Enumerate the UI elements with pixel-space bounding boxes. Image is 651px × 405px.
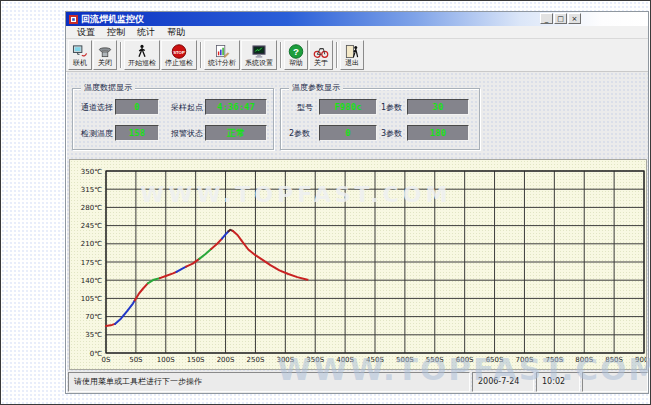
toolbar-separator [200,42,202,68]
toolbar-button-label: 联机 [73,59,87,67]
svg-text:?: ? [293,46,299,57]
x-tick-label: 50S [129,356,143,364]
toolbar-button-about[interactable]: 关于 [309,40,333,70]
toolbar-button-label: 停止巡检 [165,59,193,67]
param-value-display-0: F980c [319,99,377,115]
profile-curve-segment [106,324,115,326]
measure-value-display-3: 正常 [205,125,267,141]
toolbar-button-connect[interactable]: 联机 [68,40,92,70]
toolbar-button-start-patrol[interactable]: 开始巡检 [124,40,160,70]
close-button[interactable]: × [568,13,581,24]
x-tick-label: 850S [605,356,623,364]
y-tick-label: 210℃ [81,240,102,248]
status-message: 请使用菜单或工具栏进行下一步操作 [68,372,470,392]
status-time: 10:02 [536,372,580,392]
status-bar: 请使用菜单或工具栏进行下一步操作 2006-7-24 10:02 [68,372,648,392]
statistics-icon [214,44,230,59]
x-tick-label: 0S [102,356,111,364]
param-value-display-3: 180 [407,125,469,141]
y-tick-label: 35℃ [85,331,102,339]
connect-icon [72,44,88,59]
app-window: 回流焊机监控仪 _ □ × 设置控制统计帮助 联机关闭开始巡检STOP停止巡检统… [65,11,649,394]
temperature-chart: 0℃35℃70℃105℃140℃175℃210℃245℃280℃315℃350℃… [70,160,646,369]
disconnect-icon [97,44,113,59]
toolbar-button-label: 帮助 [289,59,303,67]
toolbar-button-stop-patrol[interactable]: STOP停止巡检 [161,40,197,70]
toolbar-button-label: 关闭 [98,59,112,67]
measure-value-display-0: 0 [115,99,159,115]
x-tick-label: 800S [575,356,593,364]
system-settings-icon [251,44,267,59]
toolbar-button-system-settings[interactable]: 系统设置 [241,40,277,70]
measure-value-display-2: 158 [115,125,159,141]
toolbar-button-disconnect[interactable]: 关闭 [93,40,117,70]
menu-item-2[interactable]: 统计 [131,26,161,38]
menu-bar: 设置控制统计帮助 [66,26,648,39]
x-tick-label: 600S [456,356,474,364]
toolbar-button-help[interactable]: ?帮助 [284,40,308,70]
x-tick-label: 100S [157,356,175,364]
x-tick-label: 400S [336,356,354,364]
status-extra-cell [582,372,648,392]
temperature-params-panel-title: 温度参数显示 [289,83,343,93]
param-field-label-3: 3参数 [381,129,402,138]
temperature-params-panel: 温度参数显示 型号F980c1参数302参数03参数180 [280,88,480,150]
minimize-button[interactable]: _ [540,13,553,24]
x-tick-label: 200S [217,356,235,364]
menu-item-3[interactable]: 帮助 [161,26,191,38]
param-value-display-1: 30 [407,99,469,115]
y-tick-label: 245℃ [81,222,102,230]
profile-curve-segment [148,278,160,283]
title-bar: 回流焊机监控仪 _ □ × [66,12,648,26]
param-field-label-0: 型号 [297,103,313,112]
profile-curve-segment [186,259,199,267]
x-tick-label: 450S [366,356,384,364]
toolbar: 联机关闭开始巡检STOP停止巡检统计分析系统设置?帮助关于退出 [66,39,648,72]
x-tick-label: 250S [247,356,265,364]
help-icon: ? [288,44,304,59]
y-tick-label: 315℃ [81,186,102,194]
y-tick-label: 105℃ [81,295,102,303]
x-tick-label: 900S [635,356,646,364]
profile-curve-segment [115,301,135,324]
toolbar-button-label: 开始巡检 [128,59,156,67]
x-tick-label: 700S [516,356,534,364]
param-value-display-2: 0 [319,125,377,141]
y-tick-label: 70℃ [85,313,102,321]
x-tick-label: 650S [486,356,504,364]
profile-curve-segment [160,272,177,278]
menu-item-1[interactable]: 控制 [101,26,131,38]
start-patrol-icon [134,44,150,59]
chart-panel: 0℃35℃70℃105℃140℃175℃210℃245℃280℃315℃350℃… [69,159,647,370]
x-tick-label: 550S [426,356,444,364]
y-tick-label: 0℃ [90,350,102,358]
x-tick-label: 500S [396,356,414,364]
status-date: 2006-7-24 [472,372,534,392]
measure-value-display-1: 4:36:47 [205,99,267,115]
stop-patrol-icon: STOP [171,44,187,59]
about-icon [313,44,329,59]
svg-text:STOP: STOP [173,50,185,55]
profile-curve-segment [233,231,308,280]
toolbar-button-label: 退出 [345,59,359,67]
app-icon [69,15,78,24]
x-tick-label: 300S [276,356,294,364]
toolbar-button-label: 统计分析 [208,59,236,67]
maximize-button[interactable]: □ [554,13,567,24]
screenshot-frame: 回流焊机监控仪 _ □ × 设置控制统计帮助 联机关闭开始巡检STOP停止巡检统… [0,0,651,405]
toolbar-button-statistics[interactable]: 统计分析 [204,40,240,70]
toolbar-button-exit[interactable]: 退出 [340,40,364,70]
temperature-data-panel: 温度数据显示 通道选择0采样起点4:36:47检测温度158报警状态正常 [72,88,274,150]
toolbar-separator [280,42,282,68]
profile-curve-segment [177,267,187,272]
y-tick-label: 280℃ [81,204,102,212]
window-controls: _ □ × [540,13,581,24]
menu-item-0[interactable]: 设置 [71,26,101,38]
x-tick-label: 750S [545,356,563,364]
toolbar-button-label: 关于 [314,59,328,67]
measure-field-label-2: 检测温度 [81,129,113,138]
temperature-data-panel-title: 温度数据显示 [81,83,135,93]
param-field-label-1: 1参数 [381,103,402,112]
param-field-label-2: 2参数 [289,129,310,138]
y-tick-label: 350℃ [81,168,102,176]
